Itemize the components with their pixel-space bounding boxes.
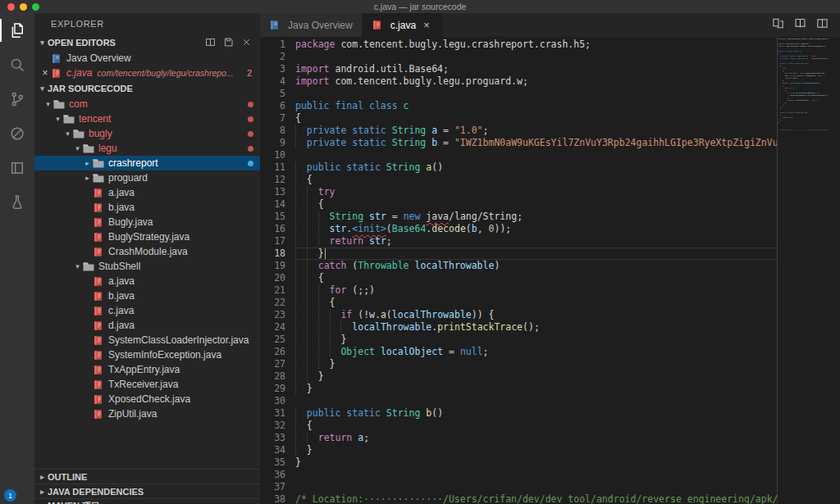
open-editor-java-overview[interactable]: Java Overview [34,51,260,66]
code-line[interactable]: 8 private static String a = "1.0"; [260,125,777,137]
tree-file-ziputil-java[interactable]: ZipUtil.java [34,406,260,421]
notifications-badge[interactable]: 1 [4,489,16,502]
minimap[interactable]: package com.tencent.bugly.legu.crashrepo… [777,37,829,504]
tab-c-java[interactable]: c.java× [363,13,442,37]
tree-file-a-java[interactable]: a.java [34,185,260,200]
code-line[interactable]: 21 for (;;) [260,284,777,297]
code-line[interactable]: 35} [260,456,777,469]
code-line[interactable]: 19 catch (Throwable localThrowable) [260,260,777,272]
tree-file-buglystrategy-java[interactable]: BuglyStrategy.java [34,229,260,244]
code-line[interactable]: 6public final class c [260,100,777,112]
tree-item-label: CrashModule.java [108,246,188,257]
open-editors-header[interactable]: ▾ OPEN EDITORS [34,34,260,51]
code-line[interactable]: 37 [260,481,777,493]
search-icon[interactable] [0,48,34,82]
code-editor[interactable]: 1package com.tencent.bugly.legu.crashrep… [260,37,840,504]
tree-folder-legu[interactable]: ▾legu [34,141,260,156]
open-editor-c-java[interactable]: ×c.javacom/tencent/bugly/legu/crashrepo.… [34,66,260,80]
split-editor-icon[interactable] [816,17,829,33]
code-line[interactable]: 22 { [260,297,777,309]
section-java-dependencies[interactable]: ▸JAVA DEPENDENCIES [34,484,260,498]
code-line[interactable]: 7{ [260,112,777,125]
circle-slash-icon[interactable] [0,116,34,151]
open-changes-icon[interactable] [772,17,784,33]
source-control-icon[interactable] [0,82,34,116]
close-window-button[interactable] [7,3,15,11]
maximize-window-button[interactable] [32,3,39,11]
close-all-editors-icon[interactable] [241,37,252,49]
code-line[interactable]: 30 [260,395,777,407]
code-line[interactable]: 5 [260,88,777,100]
code-line[interactable]: 18 } [260,247,777,260]
code-line[interactable]: 26 Object localObject = null; [260,346,777,358]
tree-folder-stubshell[interactable]: ▾StubShell [34,259,260,274]
code-line[interactable]: 9 private static String b = "IWZ1bmN0aW9… [260,137,777,149]
code-line[interactable]: 17 return str; [260,235,777,247]
java-file-icon [51,68,65,79]
tree-item-label: Bugly.java [108,216,153,228]
tree-file-systeminfoexception-java[interactable]: SystemInfoException.java [34,347,260,362]
code-line[interactable]: 38/* Location:··············/Users/crifa… [260,493,777,504]
tree-folder-crashreport[interactable]: ▸crashreport [34,156,260,170]
tree-file-xposedcheck-java[interactable]: XposedCheck.java [34,392,260,406]
code-line[interactable]: 33 return a; [260,432,777,444]
open-preview-icon[interactable] [794,17,806,33]
code-line[interactable]: 23 if (!w.a(localThrowable)) { [260,309,777,321]
code-line[interactable]: 12 { [260,174,777,186]
line-number: 35 [260,456,285,469]
tree-file-a-java[interactable]: a.java [34,274,260,288]
line-number: 8 [260,125,285,137]
close-icon[interactable]: × [421,19,432,31]
code-line[interactable]: 14 { [260,198,777,211]
code-line[interactable]: 2 [260,51,777,63]
code-line[interactable]: 36 [260,469,777,481]
explorer-icon[interactable] [0,13,34,48]
code-line[interactable]: 27 } [260,358,777,370]
blue-dot-icon [248,161,253,166]
tree-folder-proguard[interactable]: ▸proguard [34,170,260,185]
tab-java-overview[interactable]: Java Overview [260,13,363,37]
tree-item-label: BuglyStrategy.java [108,231,189,243]
code-line[interactable]: 29 } [260,383,777,395]
code-line[interactable]: 34 } [260,444,777,456]
section-outline[interactable]: ▸OUTLINE [34,469,260,484]
code-line[interactable]: 28 } [260,370,777,383]
tree-file-systemclassloaderinjector-java[interactable]: SystemClassLoaderInjector.java [34,333,260,347]
code-line[interactable]: 32 { [260,420,777,432]
project-section-header[interactable]: ▾ JAR SOURCECODE [34,80,260,97]
close-icon[interactable]: × [39,67,51,79]
beaker-icon[interactable] [0,185,34,220]
chevron-down-icon: ▾ [37,39,48,47]
line-number: 20 [260,272,285,284]
tree-file-txreceiver-java[interactable]: TxReceiver.java [34,377,260,392]
tree-file-b-java[interactable]: b.java [34,288,260,303]
toggle-layout-icon[interactable] [205,37,216,49]
code-line[interactable]: 20 { [260,272,777,284]
code-line[interactable]: 1package com.tencent.bugly.legu.crashrep… [260,39,777,51]
tree-folder-tencent[interactable]: ▾tencent [34,111,260,126]
tree-file-crashmodule-java[interactable]: CrashModule.java [34,244,260,259]
code-line[interactable]: 10 [260,149,777,161]
code-scroll[interactable]: 1package com.tencent.bugly.legu.crashrep… [260,37,777,504]
code-line[interactable]: 13 try [260,186,777,198]
code-line[interactable]: 15 String str = new java/lang/String; [260,211,777,223]
tree-file-txappentry-java[interactable]: TxAppEntry.java [34,362,260,377]
section-maven-项目[interactable]: ▸MAVEN 项目 [34,498,260,504]
code-line[interactable]: 4import com.tencent.bugly.legu.proguard.… [260,75,777,88]
save-all-icon[interactable] [223,37,234,49]
tree-folder-bugly[interactable]: ▾bugly [34,126,260,141]
tree-folder-com[interactable]: ▾com [34,97,260,111]
folder-icon [83,262,97,271]
code-line[interactable]: 24 localThrowable.printStackTrace(); [260,321,777,334]
code-line[interactable]: 16 str.<init>(Base64.decode(b, 0)); [260,223,777,235]
tree-file-c-java[interactable]: c.java [34,303,260,318]
code-line[interactable]: 25 } [260,334,777,346]
code-line[interactable]: 11 public static String a() [260,161,777,174]
tree-file-bugly-java[interactable]: Bugly.java [34,215,260,229]
code-line[interactable]: 31 public static String b() [260,407,777,420]
tree-file-d-java[interactable]: d.java [34,318,260,333]
tree-file-b-java[interactable]: b.java [34,200,260,215]
minimize-window-button[interactable] [20,3,27,11]
code-line[interactable]: 3import android.util.Base64; [260,63,777,75]
project-layout-icon[interactable] [0,151,34,185]
